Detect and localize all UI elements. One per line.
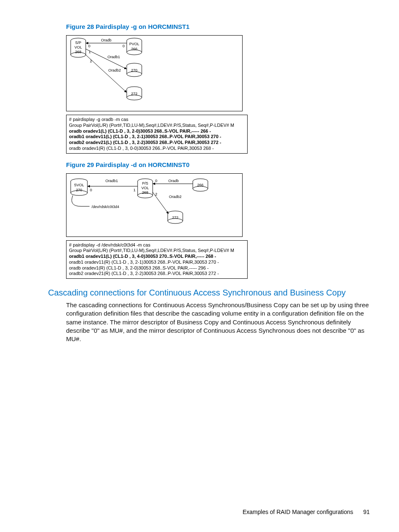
svg-text:VOL: VOL bbox=[141, 186, 149, 190]
svg-text:P/S: P/S bbox=[142, 181, 148, 185]
footer-text: Examples of RAID Manager configurations bbox=[243, 509, 353, 515]
svg-text:272: 272 bbox=[131, 92, 137, 96]
svg-text:268: 268 bbox=[75, 50, 81, 54]
fig28-row-3: oradb oradev1(R) (CL1-D , 3, 0-0)30053 2… bbox=[69, 146, 245, 152]
figure-28-diagram: S/P VOL 268 PVOL 266 270 bbox=[66, 35, 243, 111]
fig28-row-0: oradb oradev1(L) (CL1-D , 3, 2-0)30053 2… bbox=[69, 129, 245, 134]
svg-text:1: 1 bbox=[89, 50, 91, 54]
section-title: Cascading connections for Continuous Acc… bbox=[48, 288, 370, 298]
cylinder-svol-270: SVOL 270 bbox=[71, 179, 87, 195]
fig29-row-0: oradb1 oradev11(L) (CL1-D , 3, 4-0)30053… bbox=[69, 254, 245, 260]
svg-text:SVOL: SVOL bbox=[74, 183, 84, 187]
cylinder-272: 272 bbox=[127, 87, 142, 100]
svg-text:272: 272 bbox=[172, 216, 178, 220]
fig29-row-3: oradb2 oradev21(R) (CL1-D , 3, 2-2)30053… bbox=[69, 271, 245, 277]
fig29-header: Group PairVol(L/R) (Port#,TID,LU-M),Seq#… bbox=[69, 248, 245, 254]
label-oradb1-b: Oradb1 bbox=[105, 179, 118, 183]
svg-text:2: 2 bbox=[155, 192, 157, 196]
fig28-header: Group PairVol(L/R) (Port#,TID,LU-M),Seq#… bbox=[69, 123, 245, 129]
section-body: The cascading connections for Continuous… bbox=[66, 301, 370, 343]
fig28-row-1: oradb1 oradev11(L) (CL1-D , 3, 2-1)30053… bbox=[69, 134, 245, 140]
figure-29-table: # pairdisplay -d /dev/rdsk/c0t3d4 -m cas… bbox=[66, 240, 248, 279]
svg-text:0: 0 bbox=[123, 44, 125, 48]
label-oradb2: Oradb2 bbox=[108, 68, 121, 72]
svg-text:266: 266 bbox=[131, 47, 137, 51]
svg-text:1: 1 bbox=[133, 188, 136, 192]
svg-text:270: 270 bbox=[131, 68, 137, 72]
svg-text:266: 266 bbox=[197, 183, 203, 187]
figure-29-title: Figure 29 Pairdisplay -d on HORCMINST0 bbox=[66, 161, 370, 168]
svg-text:0: 0 bbox=[90, 188, 92, 192]
cylinder-psvol-268: P/S VOL 268 bbox=[138, 179, 153, 198]
page-footer: Examples of RAID Manager configurations … bbox=[243, 509, 370, 515]
cylinder-270: 270 bbox=[127, 63, 142, 77]
fig29-cmd: # pairdisplay -d /dev/rdsk/c0t3d4 -m cas bbox=[69, 242, 245, 248]
label-oradb1: Oradb1 bbox=[107, 55, 120, 59]
cylinder-pvol-266: PVOL 266 bbox=[127, 38, 142, 55]
fig29-row-1: oradb1 oradev11(R) (CL1-D , 3, 2-1)30053… bbox=[69, 260, 245, 265]
figure-28-svg: S/P VOL 268 PVOL 266 270 bbox=[66, 36, 242, 111]
figure-28-table: # pairdisplay -g oradb -m cas Group Pair… bbox=[66, 115, 248, 154]
cylinder-272b: 272 bbox=[168, 211, 183, 224]
label-oradb2-b: Oradb2 bbox=[169, 195, 182, 199]
svg-text:0: 0 bbox=[88, 44, 90, 48]
fig29-row-2: oradb oradev1(R) (CL1-D , 3, 2-0)30053 2… bbox=[69, 265, 245, 271]
label-oradb: Oradb bbox=[101, 38, 111, 42]
fig28-cmd: # pairdisplay -g oradb -m cas bbox=[69, 117, 245, 123]
page-number: 91 bbox=[363, 509, 370, 515]
svg-text:268: 268 bbox=[142, 190, 148, 195]
fig28-row-2: oradb2 oradev21(L) (CL1-D , 3, 2-2)30053… bbox=[69, 140, 245, 146]
svg-text:S/P: S/P bbox=[75, 41, 82, 45]
svg-text:0: 0 bbox=[155, 179, 157, 183]
svg-text:VOL: VOL bbox=[74, 45, 82, 49]
svg-text:270: 270 bbox=[76, 188, 82, 192]
cylinder-spvol-268: S/P VOL 268 bbox=[71, 38, 86, 57]
svg-text:PVOL: PVOL bbox=[129, 42, 139, 46]
figure-29-diagram: SVOL 270 P/S VOL 268 266 bbox=[66, 173, 243, 237]
label-oradb-b: Oradb bbox=[168, 179, 179, 183]
label-devpath: /dev/rdsk/c0t3d4 bbox=[92, 205, 119, 209]
figure-28-title: Figure 28 Pairdisplay -g on HORCMINST1 bbox=[66, 23, 370, 30]
figure-29-svg: SVOL 270 P/S VOL 268 266 bbox=[66, 174, 242, 236]
cylinder-266: 266 bbox=[193, 179, 208, 191]
svg-text:2: 2 bbox=[90, 59, 92, 63]
